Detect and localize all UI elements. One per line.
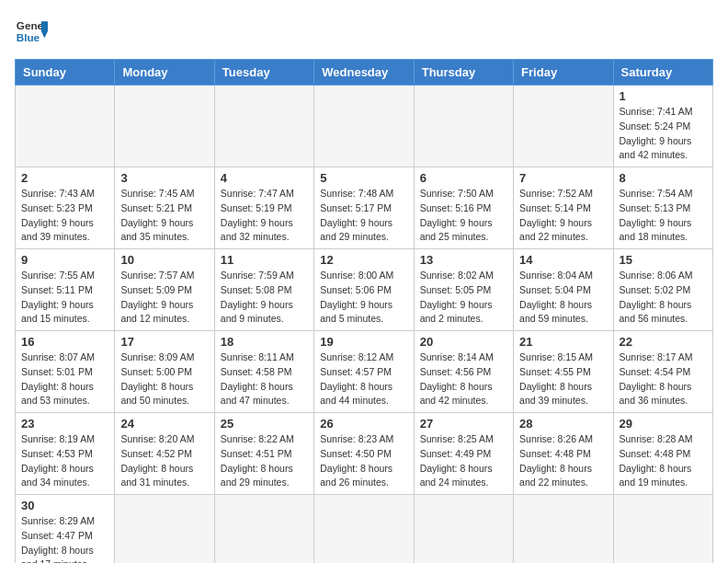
sun-info: Sunrise: 7:57 AM Sunset: 5:09 PM Dayligh…: [120, 269, 208, 327]
calendar-cell: [214, 495, 313, 564]
day-number: 9: [21, 253, 108, 267]
calendar-week-0: 1Sunrise: 7:41 AM Sunset: 5:24 PM Daylig…: [16, 86, 713, 167]
sun-info: Sunrise: 8:15 AM Sunset: 4:55 PM Dayligh…: [519, 350, 607, 408]
calendar-cell: 13Sunrise: 8:02 AM Sunset: 5:05 PM Dayli…: [414, 249, 513, 331]
calendar-cell: 23Sunrise: 8:19 AM Sunset: 4:53 PM Dayli…: [16, 413, 115, 495]
day-number: 11: [221, 253, 308, 267]
calendar-cell: 12Sunrise: 8:00 AM Sunset: 5:06 PM Dayli…: [314, 249, 414, 331]
calendar-cell: 22Sunrise: 8:17 AM Sunset: 4:54 PM Dayli…: [613, 331, 712, 413]
sun-info: Sunrise: 8:29 AM Sunset: 4:47 PM Dayligh…: [21, 514, 108, 563]
sun-info: Sunrise: 7:47 AM Sunset: 5:19 PM Dayligh…: [221, 187, 308, 245]
sun-info: Sunrise: 8:02 AM Sunset: 5:05 PM Dayligh…: [420, 269, 507, 327]
calendar-cell: 29Sunrise: 8:28 AM Sunset: 4:48 PM Dayli…: [613, 413, 712, 495]
weekday-header-monday: Monday: [115, 60, 214, 86]
calendar-cell: 5Sunrise: 7:48 AM Sunset: 5:17 PM Daylig…: [314, 167, 414, 249]
calendar-cell: [414, 495, 513, 564]
day-number: 10: [120, 253, 208, 267]
calendar-week-5: 30Sunrise: 8:29 AM Sunset: 4:47 PM Dayli…: [16, 495, 713, 564]
sun-info: Sunrise: 8:00 AM Sunset: 5:06 PM Dayligh…: [320, 269, 407, 327]
calendar-cell: 26Sunrise: 8:23 AM Sunset: 4:50 PM Dayli…: [314, 413, 414, 495]
sun-info: Sunrise: 7:59 AM Sunset: 5:08 PM Dayligh…: [221, 269, 308, 327]
day-number: 7: [519, 171, 607, 185]
weekday-header-thursday: Thursday: [414, 60, 513, 86]
weekday-header-tuesday: Tuesday: [214, 60, 313, 86]
calendar-cell: 25Sunrise: 8:22 AM Sunset: 4:51 PM Dayli…: [214, 413, 313, 495]
calendar-cell: [115, 495, 214, 564]
calendar-cell: 27Sunrise: 8:25 AM Sunset: 4:49 PM Dayli…: [414, 413, 513, 495]
day-number: 25: [221, 417, 308, 431]
page-header: General Blue: [15, 15, 713, 48]
calendar-cell: [214, 86, 313, 167]
calendar-table: SundayMondayTuesdayWednesdayThursdayFrid…: [15, 59, 713, 563]
calendar-cell: 20Sunrise: 8:14 AM Sunset: 4:56 PM Dayli…: [414, 331, 513, 413]
calendar-cell: 9Sunrise: 7:55 AM Sunset: 5:11 PM Daylig…: [16, 249, 115, 331]
sun-info: Sunrise: 8:19 AM Sunset: 4:53 PM Dayligh…: [21, 432, 108, 490]
calendar-cell: 4Sunrise: 7:47 AM Sunset: 5:19 PM Daylig…: [214, 167, 313, 249]
sun-info: Sunrise: 8:26 AM Sunset: 4:48 PM Dayligh…: [519, 432, 607, 490]
sun-info: Sunrise: 8:20 AM Sunset: 4:52 PM Dayligh…: [120, 432, 208, 490]
day-number: 4: [221, 171, 308, 185]
sun-info: Sunrise: 8:17 AM Sunset: 4:54 PM Dayligh…: [620, 350, 707, 408]
calendar-cell: 15Sunrise: 8:06 AM Sunset: 5:02 PM Dayli…: [613, 249, 712, 331]
day-number: 8: [620, 171, 707, 185]
calendar-cell: [115, 86, 214, 167]
calendar-cell: 8Sunrise: 7:54 AM Sunset: 5:13 PM Daylig…: [613, 167, 712, 249]
calendar-cell: 7Sunrise: 7:52 AM Sunset: 5:14 PM Daylig…: [514, 167, 613, 249]
day-number: 26: [320, 417, 407, 431]
day-number: 17: [120, 335, 208, 349]
sun-info: Sunrise: 8:09 AM Sunset: 5:00 PM Dayligh…: [120, 350, 208, 408]
calendar-week-1: 2Sunrise: 7:43 AM Sunset: 5:23 PM Daylig…: [16, 167, 713, 249]
calendar-week-2: 9Sunrise: 7:55 AM Sunset: 5:11 PM Daylig…: [16, 249, 713, 331]
day-number: 15: [620, 253, 707, 267]
calendar-cell: [314, 495, 414, 564]
day-number: 16: [21, 335, 108, 349]
logo-icon: General Blue: [15, 15, 48, 48]
weekday-header-saturday: Saturday: [613, 60, 712, 86]
day-number: 13: [420, 253, 507, 267]
calendar-cell: [514, 495, 613, 564]
sun-info: Sunrise: 8:23 AM Sunset: 4:50 PM Dayligh…: [320, 432, 407, 490]
sun-info: Sunrise: 7:43 AM Sunset: 5:23 PM Dayligh…: [21, 187, 108, 245]
calendar-cell: 6Sunrise: 7:50 AM Sunset: 5:16 PM Daylig…: [414, 167, 513, 249]
weekday-header-sunday: Sunday: [16, 60, 115, 86]
day-number: 19: [320, 335, 407, 349]
sun-info: Sunrise: 7:48 AM Sunset: 5:17 PM Dayligh…: [320, 187, 407, 245]
sun-info: Sunrise: 7:50 AM Sunset: 5:16 PM Dayligh…: [420, 187, 507, 245]
calendar-cell: [414, 86, 513, 167]
calendar-cell: [16, 86, 115, 167]
sun-info: Sunrise: 8:25 AM Sunset: 4:49 PM Dayligh…: [420, 432, 507, 490]
svg-marker-2: [41, 21, 48, 31]
day-number: 3: [120, 171, 208, 185]
calendar-cell: [613, 495, 712, 564]
calendar-cell: 17Sunrise: 8:09 AM Sunset: 5:00 PM Dayli…: [115, 331, 214, 413]
calendar-cell: 10Sunrise: 7:57 AM Sunset: 5:09 PM Dayli…: [115, 249, 214, 331]
calendar-cell: 24Sunrise: 8:20 AM Sunset: 4:52 PM Dayli…: [115, 413, 214, 495]
day-number: 6: [420, 171, 507, 185]
calendar-cell: 14Sunrise: 8:04 AM Sunset: 5:04 PM Dayli…: [514, 249, 613, 331]
day-number: 2: [21, 171, 108, 185]
sun-info: Sunrise: 8:11 AM Sunset: 4:58 PM Dayligh…: [221, 350, 308, 408]
sun-info: Sunrise: 7:45 AM Sunset: 5:21 PM Dayligh…: [120, 187, 208, 245]
weekday-header-wednesday: Wednesday: [314, 60, 414, 86]
calendar-cell: 30Sunrise: 8:29 AM Sunset: 4:47 PM Dayli…: [16, 495, 115, 564]
calendar-cell: 18Sunrise: 8:11 AM Sunset: 4:58 PM Dayli…: [214, 331, 313, 413]
calendar-week-3: 16Sunrise: 8:07 AM Sunset: 5:01 PM Dayli…: [16, 331, 713, 413]
calendar-week-4: 23Sunrise: 8:19 AM Sunset: 4:53 PM Dayli…: [16, 413, 713, 495]
sun-info: Sunrise: 7:41 AM Sunset: 5:24 PM Dayligh…: [620, 105, 707, 163]
calendar-cell: 21Sunrise: 8:15 AM Sunset: 4:55 PM Dayli…: [514, 331, 613, 413]
day-number: 14: [519, 253, 607, 267]
day-number: 5: [320, 171, 407, 185]
calendar-cell: 2Sunrise: 7:43 AM Sunset: 5:23 PM Daylig…: [16, 167, 115, 249]
sun-info: Sunrise: 8:22 AM Sunset: 4:51 PM Dayligh…: [221, 432, 308, 490]
day-number: 24: [120, 417, 208, 431]
calendar-cell: 11Sunrise: 7:59 AM Sunset: 5:08 PM Dayli…: [214, 249, 313, 331]
calendar-cell: 1Sunrise: 7:41 AM Sunset: 5:24 PM Daylig…: [613, 86, 712, 167]
sun-info: Sunrise: 7:54 AM Sunset: 5:13 PM Dayligh…: [620, 187, 707, 245]
calendar-cell: [514, 86, 613, 167]
day-number: 12: [320, 253, 407, 267]
sun-info: Sunrise: 8:28 AM Sunset: 4:48 PM Dayligh…: [620, 432, 707, 490]
calendar-cell: [314, 86, 414, 167]
sun-info: Sunrise: 8:12 AM Sunset: 4:57 PM Dayligh…: [320, 350, 407, 408]
svg-marker-3: [41, 31, 48, 38]
calendar-cell: 19Sunrise: 8:12 AM Sunset: 4:57 PM Dayli…: [314, 331, 414, 413]
